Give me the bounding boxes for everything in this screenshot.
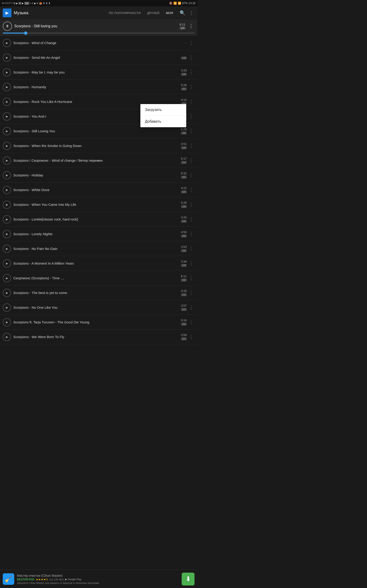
play-button[interactable] xyxy=(3,39,11,47)
context-menu-download[interactable]: Загрузить xyxy=(140,104,186,116)
song-more-button[interactable]: ⋮ xyxy=(187,143,194,149)
progress-thumb[interactable] xyxy=(24,32,27,35)
song-row: Scorpions ft. Tarja Turunen - The Good D… xyxy=(0,315,197,330)
play-button[interactable] xyxy=(3,230,11,238)
song-meta: 6:32 192 xyxy=(181,172,187,179)
now-playing-more-button[interactable]: ⋮ xyxy=(188,23,194,29)
song-duration: 3:57 xyxy=(181,304,187,307)
song-duration: 4:22 xyxy=(181,186,187,190)
song-meta: 3:33 128 xyxy=(181,69,187,76)
play-button[interactable] xyxy=(3,68,11,77)
song-bitrate: 192 xyxy=(181,249,187,252)
song-more-button[interactable]: ⋮ xyxy=(187,157,194,164)
play-button[interactable] xyxy=(3,156,11,165)
song-more-button[interactable]: ⋮ xyxy=(187,275,194,281)
song-bitrate: 224 xyxy=(181,337,187,340)
song-more-button[interactable]: ⋮ xyxy=(187,69,194,75)
status-icon-k: K xyxy=(37,2,38,5)
pause-button[interactable] xyxy=(3,22,12,31)
song-more-button[interactable]: ⋮ xyxy=(187,231,194,237)
song-more-button[interactable]: ⋮ xyxy=(187,304,194,311)
song-meta: 5:17 224 xyxy=(181,157,187,164)
play-button[interactable] xyxy=(3,289,11,297)
song-meta: 6:26 190 xyxy=(181,128,187,135)
song-title: Scorpions - The best is yet to come xyxy=(11,291,181,295)
app-title: Музыка xyxy=(14,10,103,15)
status-icon-fire: 🦊 xyxy=(39,2,42,5)
song-more-button[interactable]: ⋮ xyxy=(187,40,194,46)
song-duration: 4:32 xyxy=(181,216,187,219)
play-button[interactable] xyxy=(3,127,11,135)
song-more-button[interactable]: ⋮ xyxy=(187,246,194,252)
overflow-menu-icon[interactable]: ⋮ xyxy=(188,9,194,17)
song-more-button[interactable]: ⋮ xyxy=(187,202,194,208)
play-button[interactable] xyxy=(3,98,11,106)
mute-icon: 🔇 xyxy=(169,2,173,5)
song-more-button[interactable]: ⋮ xyxy=(187,290,194,296)
song-duration: 5:17 xyxy=(181,157,187,160)
song-meta: 3:59 224 xyxy=(181,333,187,340)
play-button[interactable] xyxy=(3,333,11,341)
tab-popular[interactable]: ПО ПОПУЛЯРНОСТИ xyxy=(106,9,144,17)
status-icon-play1: ▶ xyxy=(16,2,18,5)
play-button[interactable] xyxy=(3,53,11,62)
play-button[interactable] xyxy=(3,274,11,282)
song-list: Scorpions - Wind of Change ⋮ Scorpions -… xyxy=(0,36,197,363)
play-button[interactable] xyxy=(3,171,11,179)
signal-icon: 📶 xyxy=(178,2,181,5)
song-more-button[interactable]: ⋮ xyxy=(187,128,194,134)
song-meta: 3:57 219 xyxy=(181,304,187,311)
song-title: Scorpions - Wind of Change xyxy=(11,41,185,45)
song-more-button[interactable]: ⋮ xyxy=(187,172,194,178)
song-more-button[interactable]: ⋮ xyxy=(187,55,194,61)
play-button[interactable] xyxy=(3,186,11,194)
now-playing-bar: Scorpions - Still loving you 6:11 128 ⋮ xyxy=(0,19,197,36)
song-row: Scorpions - A Moment In A Million Years … xyxy=(0,256,197,271)
status-icon-tau: τ xyxy=(30,2,31,5)
context-menu-add[interactable]: Добавить xyxy=(140,116,186,127)
song-bitrate: 128 xyxy=(181,73,187,76)
progress-bar[interactable] xyxy=(3,33,194,34)
song-title: Скорпионс (Scorpions) - Time .... xyxy=(11,276,181,280)
song-bitrate: 219 xyxy=(181,308,187,311)
song-more-button[interactable]: ⋮ xyxy=(187,187,194,193)
song-title: Scorpions - Lonely Nights xyxy=(11,232,181,236)
song-more-button[interactable]: ⋮ xyxy=(187,334,194,340)
song-title: Scorpions - Humanity xyxy=(11,85,181,89)
song-more-button[interactable]: ⋮ xyxy=(187,260,194,267)
song-more-button[interactable]: ⋮ xyxy=(187,216,194,222)
song-title: Scorpions - Still Loving You xyxy=(11,129,181,133)
tab-my[interactable]: МОЯ xyxy=(163,9,176,17)
play-button[interactable] xyxy=(3,83,11,91)
song-title: Scorpions - Send Me An Angel xyxy=(11,55,181,60)
play-button[interactable] xyxy=(3,142,11,150)
song-duration: 5:16 xyxy=(181,319,187,322)
song-more-button[interactable]: ⋮ xyxy=(187,99,194,105)
song-more-button[interactable]: ⋮ xyxy=(187,319,194,325)
play-button[interactable] xyxy=(3,303,11,312)
song-duration: 3:34 xyxy=(181,260,187,263)
song-duration: 6:26 xyxy=(181,128,187,131)
song-row: Scorpions - Holiday 6:32 192 ⋮ xyxy=(0,168,197,183)
song-more-button[interactable]: ⋮ xyxy=(187,113,194,120)
song-duration: 3:53 xyxy=(181,245,187,249)
status-bar-right-icons: 🔇 📶 📶 67% 13:18 xyxy=(169,2,195,5)
play-button[interactable] xyxy=(3,215,11,224)
play-button[interactable] xyxy=(3,318,11,326)
song-duration: 4:50 xyxy=(181,230,187,234)
song-meta: 5:28 128 xyxy=(181,201,187,208)
song-meta: 5:16 256 xyxy=(181,319,187,326)
play-button[interactable] xyxy=(3,259,11,268)
status-icon-img: 🖼 xyxy=(19,2,21,5)
play-button[interactable] xyxy=(3,200,11,209)
tab-friends[interactable]: ДРУЗЕЙ xyxy=(144,9,163,17)
song-duration: 3:33 xyxy=(181,69,187,72)
search-icon[interactable]: 🔍 xyxy=(179,9,186,17)
play-button[interactable] xyxy=(3,245,11,253)
header-tabs: ПО ПОПУЛЯРНОСТИ ДРУЗЕЙ МОЯ xyxy=(106,9,176,17)
song-more-button[interactable]: ⋮ xyxy=(187,84,194,90)
play-button[interactable] xyxy=(3,112,11,121)
progress-fill xyxy=(3,33,26,34)
status-icon-dl1: ⬇ xyxy=(43,2,45,5)
song-meta: 4:22 320 xyxy=(181,186,187,193)
